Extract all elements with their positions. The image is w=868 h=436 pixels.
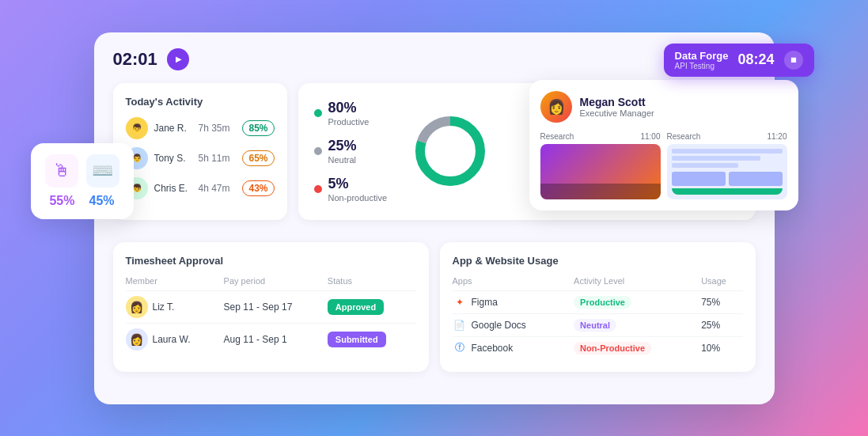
avatar: 👦 — [126, 117, 148, 139]
period-cell: Aug 11 - Sep 1 — [224, 323, 328, 355]
app-usage-title: App & Website Usage — [453, 255, 743, 267]
forge-badge: Data Forge API Testing 08:24 — [664, 44, 814, 77]
member-cell: 👩 Laura W. — [126, 323, 224, 355]
profile-info: Megan Scott Executive Manager — [580, 96, 654, 118]
app-name: Figma — [472, 297, 498, 308]
col-usage: Usage — [701, 276, 742, 291]
neutral-dot — [314, 147, 322, 155]
member-name: Laura W. — [153, 334, 191, 345]
screenshot-time: 11:20 — [767, 132, 787, 141]
app-name-cell: ⓕ Facebook — [453, 336, 574, 359]
nonproductive-label: Non-productive — [328, 193, 388, 203]
activity-cell: Non-Productive — [574, 336, 701, 359]
productive-dot — [314, 109, 322, 117]
keyboard-icon: ⌨️ — [86, 154, 119, 188]
col-member: Member — [126, 276, 224, 291]
member-percent: 65% — [242, 150, 274, 166]
app-usage-table: Apps Activity Level Usage ✦ Figma — [453, 276, 743, 359]
productive-label: Productive — [328, 117, 370, 127]
thumb-grid — [672, 172, 783, 186]
forge-subtitle: API Testing — [675, 62, 729, 70]
activity-level: Neutral — [574, 319, 616, 332]
googledocs-icon: 📄 — [453, 318, 467, 332]
facebook-icon: ⓕ — [453, 341, 467, 355]
line — [672, 149, 783, 154]
table-row: 👩 Laura W. Aug 11 - Sep 1 Submitted — [126, 323, 416, 355]
mouse-icon: 🖱 — [45, 154, 78, 188]
member-percent: 85% — [242, 120, 274, 136]
donut-chart — [411, 112, 490, 191]
cell — [672, 172, 726, 186]
activity-cell: Productive — [574, 290, 701, 313]
usage-cell: 75% — [701, 290, 742, 313]
forge-info: Data Forge API Testing — [675, 50, 729, 70]
profile-name: Megan Scott — [580, 96, 654, 108]
table-row: ✦ Figma Productive 75% — [453, 290, 743, 313]
status-cell: Submitted — [328, 323, 416, 355]
screenshot-item: Research 11:00 — [540, 132, 661, 199]
screenshot-title: Research — [667, 132, 701, 141]
table-row: 📄 Google Docs Neutral 25% — [453, 313, 743, 336]
member-name: Tony S. — [154, 153, 192, 164]
status-badge: Approved — [328, 299, 384, 315]
app-usage-card: App & Website Usage Apps Activity Level … — [440, 242, 756, 372]
profile-avatar: 👩 — [540, 91, 572, 123]
productivity-stats: 80% Productive 25% Neutral 5% Non-prod — [314, 100, 388, 203]
input-usage-card: 🖱 ⌨️ 55% 45% — [31, 143, 134, 219]
nonproductive-percent: 5% — [328, 176, 388, 192]
prod-item-neutral: 25% Neutral — [314, 138, 388, 165]
avatar: 👩 — [126, 328, 148, 351]
col-period: Pay period — [224, 276, 328, 291]
activity-level: Non-Productive — [574, 342, 651, 354]
col-status: Status — [328, 276, 416, 291]
input-icons: 🖱 ⌨️ — [45, 154, 119, 188]
forge-name: Data Forge — [675, 50, 729, 62]
member-name: Chris E. — [154, 183, 192, 194]
mouse-percent: 55% — [49, 194, 74, 208]
activity-level: Productive — [574, 296, 631, 309]
profile-header: 👩 Megan Scott Executive Manager — [540, 91, 787, 123]
prod-item-productive: 80% Productive — [314, 100, 388, 127]
app-name: Google Docs — [472, 320, 526, 331]
table-row: 👦 Chris E. 4h 47m 43% — [126, 177, 275, 199]
member-name: Liz T. — [153, 301, 175, 313]
app-name-cell: 📄 Google Docs — [453, 313, 574, 336]
member-cell: 👩 Liz T. — [126, 290, 224, 323]
member-name: Jane R. — [154, 123, 192, 134]
session-timer: 02:01 — [113, 49, 157, 70]
timesheet-title: Timesheet Approval — [126, 255, 416, 267]
activity-card: Today's Activity 👦 Jane R. 7h 35m 85% 👨 … — [113, 83, 287, 220]
taskbar — [540, 184, 661, 199]
member-time: 7h 35m — [198, 123, 236, 134]
col-apps: Apps — [453, 276, 574, 291]
period-cell: Sep 11 - Sep 17 — [224, 290, 328, 323]
main-card: 🖱 ⌨️ 55% 45% 02:01 Today's Activity 👦 Ja… — [94, 32, 775, 404]
input-percents: 55% 45% — [49, 194, 114, 208]
screenshot-thumb[interactable] — [540, 144, 661, 199]
line — [672, 163, 738, 168]
play-button[interactable] — [167, 48, 189, 70]
keyboard-percent: 45% — [89, 194, 115, 208]
screenshot-title: Research — [540, 132, 574, 141]
cell — [729, 172, 783, 186]
app-name-cell: ✦ Figma — [453, 290, 574, 313]
screenshots-row: Research 11:00 Research 11:20 — [540, 132, 787, 199]
prod-item-nonproductive: 5% Non-productive — [314, 176, 388, 203]
screenshot-thumb[interactable] — [667, 144, 787, 199]
screenshot-label: Research 11:20 — [667, 132, 787, 141]
status-badge: Submitted — [328, 332, 386, 347]
green-bar — [672, 188, 783, 195]
col-activity: Activity Level — [574, 276, 701, 291]
top-bar: 02:01 — [113, 48, 756, 70]
screenshot-time: 11:00 — [640, 132, 660, 141]
forge-timer: 08:24 — [737, 51, 774, 68]
table-row: 👦 Jane R. 7h 35m 85% — [126, 117, 275, 139]
stop-button[interactable] — [784, 51, 803, 70]
status-cell: Approved — [328, 290, 416, 323]
usage-cell: 10% — [701, 336, 742, 359]
usage-cell: 25% — [701, 313, 742, 336]
avatar: 👩 — [126, 296, 148, 318]
profile-role: Executive Manager — [580, 108, 654, 118]
table-row: ⓕ Facebook Non-Productive 10% — [453, 336, 743, 359]
activity-title: Today's Activity — [126, 96, 275, 108]
